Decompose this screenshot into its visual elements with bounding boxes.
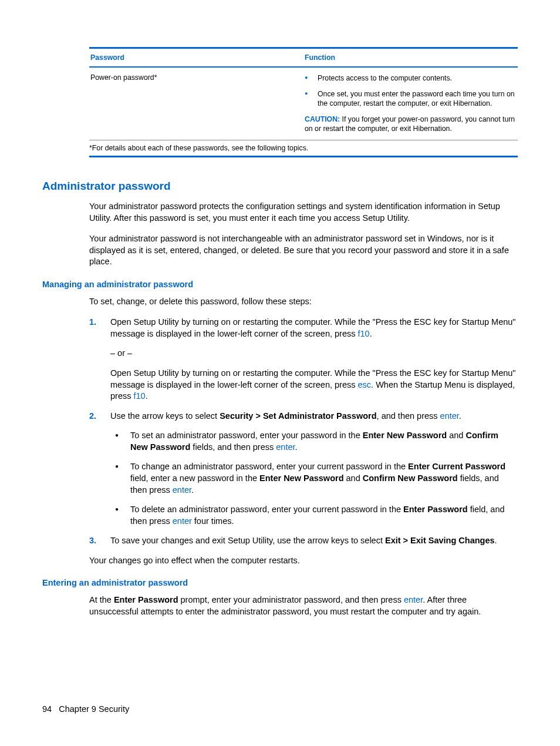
- list-item: To set an administrator password, enter …: [110, 430, 518, 453]
- list-item: 1. Open Setup Utility by turning on or r…: [89, 317, 518, 402]
- td-password-name: Power-on password*: [89, 67, 303, 140]
- steps-list: 1. Open Setup Utility by turning on or r…: [89, 317, 518, 546]
- list-item: To change an administrator password, ent…: [110, 461, 518, 496]
- paragraph: To set, change, or delete this password,…: [89, 296, 518, 308]
- func-bullet: Protects access to the computer contents…: [305, 73, 517, 83]
- func-bullet: Once set, you must enter the password ea…: [305, 89, 517, 109]
- step-number: 1.: [89, 317, 96, 328]
- paragraph: At the Enter Password prompt, enter your…: [89, 594, 518, 617]
- caution-label: CAUTION:: [305, 115, 340, 123]
- table-footnote: *For details about each of these passwor…: [89, 140, 518, 156]
- password-table: Password Function Power-on password* Pro…: [89, 47, 518, 157]
- paragraph: Your administrator password is not inter…: [89, 233, 518, 268]
- key-esc: esc: [358, 380, 372, 389]
- th-password: Password: [89, 48, 303, 68]
- key-enter: enter: [440, 411, 459, 421]
- key-enter: enter: [173, 516, 192, 526]
- paragraph: Your administrator password protects the…: [89, 201, 518, 224]
- caution-box: CAUTION: If you forget your power-on pas…: [305, 115, 517, 134]
- key-enter: enter: [173, 485, 191, 495]
- key-f10: f10: [134, 391, 146, 401]
- or-separator: – or –: [110, 348, 518, 359]
- menu-path: Exit > Exit Saving Changes: [385, 536, 495, 545]
- key-enter: enter: [276, 442, 295, 452]
- document-page: Password Function Power-on password* Pro…: [0, 0, 560, 746]
- subsection-heading: Entering an administrator password: [42, 578, 518, 587]
- subsection-heading: Managing an administrator password: [42, 280, 518, 289]
- chapter-label: Chapter 9 Security: [59, 704, 129, 714]
- step-number: 3.: [89, 535, 96, 547]
- key-enter: enter: [404, 595, 423, 604]
- key-f10: f10: [358, 329, 370, 338]
- page-number: 94: [42, 704, 52, 714]
- th-function: Function: [303, 48, 518, 68]
- td-function: Protects access to the computer contents…: [303, 67, 518, 140]
- page-footer: 94 Chapter 9 Security: [42, 704, 129, 714]
- paragraph: Your changes go into effect when the com…: [89, 555, 518, 567]
- step-number: 2.: [89, 411, 96, 422]
- list-item: 2. Use the arrow keys to select Security…: [89, 411, 518, 527]
- step-text: Open Setup Utility by turning on or rest…: [110, 317, 516, 338]
- list-item: To delete an administrator password, ent…: [110, 504, 518, 527]
- section-heading: Administrator password: [42, 180, 518, 193]
- menu-path: Security > Set Administrator Password: [220, 411, 376, 421]
- list-item: 3. To save your changes and exit Setup U…: [89, 535, 518, 547]
